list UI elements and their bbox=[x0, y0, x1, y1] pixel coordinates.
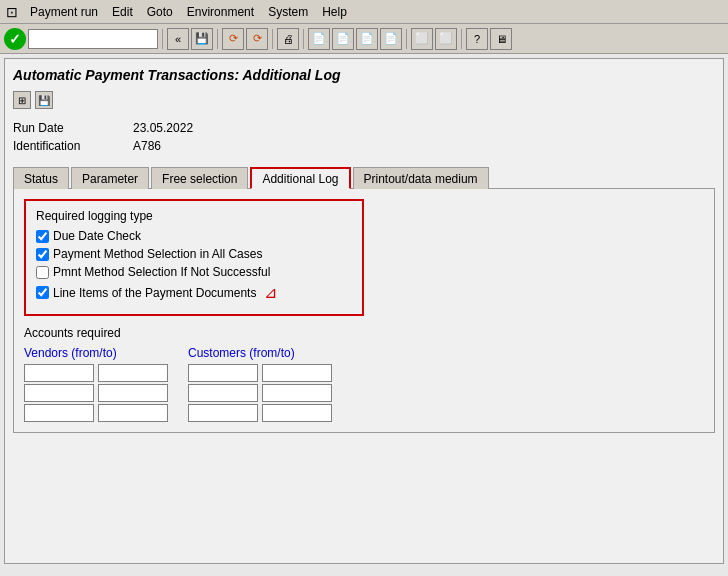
customer-row-1 bbox=[188, 364, 332, 382]
customer-to-1[interactable] bbox=[262, 364, 332, 382]
customer-to-2[interactable] bbox=[262, 384, 332, 402]
identification-row: Identification A786 bbox=[13, 139, 715, 153]
copy-btn2[interactable]: 📄 bbox=[332, 28, 354, 50]
logging-type-section: Required logging type Due Date Check Pay… bbox=[24, 199, 364, 316]
customer-row-3 bbox=[188, 404, 332, 422]
customer-from-2[interactable] bbox=[188, 384, 258, 402]
customer-row-2 bbox=[188, 384, 332, 402]
refresh-btn2[interactable]: ⟳ bbox=[246, 28, 268, 50]
run-date-row: Run Date 23.05.2022 bbox=[13, 121, 715, 135]
pmnt-method-not-successful-label: Pmnt Method Selection If Not Successful bbox=[53, 265, 270, 279]
line-items-checkbox[interactable] bbox=[36, 286, 49, 299]
vendor-from-1[interactable] bbox=[24, 364, 94, 382]
logging-type-title: Required logging type bbox=[36, 209, 352, 223]
accounts-title: Accounts required bbox=[24, 326, 704, 340]
screen-btn2[interactable]: ⬜ bbox=[435, 28, 457, 50]
menu-edit[interactable]: Edit bbox=[106, 4, 139, 20]
vendor-to-2[interactable] bbox=[98, 384, 168, 402]
screen-btn1[interactable]: ⬜ bbox=[411, 28, 433, 50]
accounts-section: Accounts required Vendors (from/to) bbox=[24, 326, 704, 422]
table-icon[interactable]: ⊞ bbox=[13, 91, 31, 109]
payment-method-all-checkbox[interactable] bbox=[36, 248, 49, 261]
copy-btn1[interactable]: 📄 bbox=[308, 28, 330, 50]
toolbar-input[interactable] bbox=[28, 29, 158, 49]
green-check-icon[interactable]: ✓ bbox=[4, 28, 26, 50]
vendor-row-1 bbox=[24, 364, 168, 382]
page-title: Automatic Payment Transactions: Addition… bbox=[13, 67, 715, 83]
separator-6 bbox=[461, 29, 462, 49]
separator-4 bbox=[303, 29, 304, 49]
payment-method-all-row: Payment Method Selection in All Cases bbox=[36, 247, 352, 261]
accounts-grid: Vendors (from/to) bbox=[24, 346, 704, 422]
separator-2 bbox=[217, 29, 218, 49]
icon-row: ⊞ 💾 bbox=[13, 91, 715, 109]
menu-payment-run[interactable]: Payment run bbox=[24, 4, 104, 20]
separator-3 bbox=[272, 29, 273, 49]
print-btn[interactable]: 🖨 bbox=[277, 28, 299, 50]
app-icon: ⊡ bbox=[6, 4, 18, 20]
tab-status[interactable]: Status bbox=[13, 167, 69, 189]
menu-bar: ⊡ Payment run Edit Goto Environment Syst… bbox=[0, 0, 728, 24]
separator-1 bbox=[162, 29, 163, 49]
monitor-btn[interactable]: 🖥 bbox=[490, 28, 512, 50]
copy-btn3[interactable]: 📄 bbox=[356, 28, 378, 50]
save-btn[interactable]: 💾 bbox=[191, 28, 213, 50]
vendor-to-3[interactable] bbox=[98, 404, 168, 422]
menu-environment[interactable]: Environment bbox=[181, 4, 260, 20]
tab-panel-additional-log: Required logging type Due Date Check Pay… bbox=[13, 188, 715, 433]
tab-additional-log[interactable]: Additional Log bbox=[250, 167, 350, 189]
pmnt-method-not-successful-checkbox[interactable] bbox=[36, 266, 49, 279]
menu-goto[interactable]: Goto bbox=[141, 4, 179, 20]
vendor-from-2[interactable] bbox=[24, 384, 94, 402]
tab-free-selection[interactable]: Free selection bbox=[151, 167, 248, 189]
customers-label: Customers (from/to) bbox=[188, 346, 332, 360]
due-date-check-row: Due Date Check bbox=[36, 229, 352, 243]
separator-5 bbox=[406, 29, 407, 49]
due-date-check-checkbox[interactable] bbox=[36, 230, 49, 243]
customer-to-3[interactable] bbox=[262, 404, 332, 422]
help-btn[interactable]: ? bbox=[466, 28, 488, 50]
menu-help[interactable]: Help bbox=[316, 4, 353, 20]
run-date-label: Run Date bbox=[13, 121, 133, 135]
customer-from-1[interactable] bbox=[188, 364, 258, 382]
run-date-value: 23.05.2022 bbox=[133, 121, 193, 135]
tab-printout-data-medium[interactable]: Printout/data medium bbox=[353, 167, 489, 189]
due-date-check-label: Due Date Check bbox=[53, 229, 141, 243]
line-items-label: Line Items of the Payment Documents bbox=[53, 286, 256, 300]
vendor-from-3[interactable] bbox=[24, 404, 94, 422]
resize-icon: ⊿ bbox=[264, 283, 277, 302]
pmnt-method-not-successful-row: Pmnt Method Selection If Not Successful bbox=[36, 265, 352, 279]
menu-system[interactable]: System bbox=[262, 4, 314, 20]
vendor-row-3 bbox=[24, 404, 168, 422]
customer-from-3[interactable] bbox=[188, 404, 258, 422]
toolbar: ✓ « 💾 ⟳ ⟳ 🖨 📄 📄 📄 📄 ⬜ ⬜ ? 🖥 bbox=[0, 24, 728, 54]
main-content: Automatic Payment Transactions: Addition… bbox=[4, 58, 724, 564]
customers-col: Customers (from/to) bbox=[188, 346, 332, 422]
identification-value: A786 bbox=[133, 139, 161, 153]
vendors-label: Vendors (from/to) bbox=[24, 346, 168, 360]
payment-method-all-label: Payment Method Selection in All Cases bbox=[53, 247, 262, 261]
identification-label: Identification bbox=[13, 139, 133, 153]
copy-btn4[interactable]: 📄 bbox=[380, 28, 402, 50]
tab-parameter[interactable]: Parameter bbox=[71, 167, 149, 189]
vendor-to-1[interactable] bbox=[98, 364, 168, 382]
vendors-col: Vendors (from/to) bbox=[24, 346, 168, 422]
tabs-container: Status Parameter Free selection Addition… bbox=[13, 167, 715, 189]
back-btn[interactable]: « bbox=[167, 28, 189, 50]
line-items-row: Line Items of the Payment Documents ⊿ bbox=[36, 283, 352, 302]
save-small-icon[interactable]: 💾 bbox=[35, 91, 53, 109]
refresh-btn1[interactable]: ⟳ bbox=[222, 28, 244, 50]
vendor-row-2 bbox=[24, 384, 168, 402]
